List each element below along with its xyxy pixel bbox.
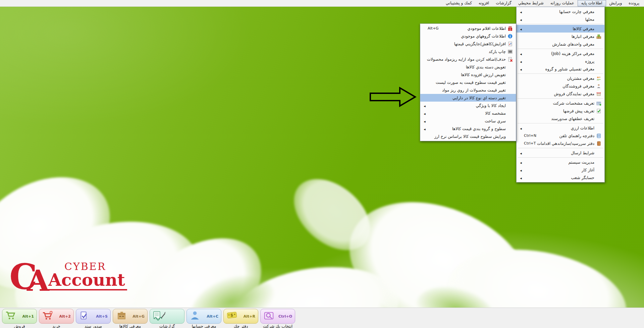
cheque-button[interactable]: $ Alt+R xyxy=(223,309,258,324)
menu-item-customers-definition[interactable]: معرفي مشتريان xyxy=(517,74,604,82)
shortcut-label: Alt+G xyxy=(132,314,145,319)
voucher-button[interactable]: Alt+S xyxy=(76,309,111,324)
company-select-button[interactable]: Ctrl+O xyxy=(260,309,295,324)
accounts-button[interactable]: Alt+C xyxy=(186,309,221,324)
app-logo: C A CYBER Account xyxy=(9,261,127,297)
buy-cart-icon xyxy=(41,310,54,322)
info-icon xyxy=(506,34,515,39)
menubar: پرونده ويرايش اطلاعات پايه عمليات روزانه… xyxy=(0,0,644,7)
toolbar-group-cheque: $ Alt+R دفتر چك xyxy=(223,309,258,328)
store-icon xyxy=(594,91,603,97)
menu-item-price-levels-groups[interactable]: سطوح و گروه بندي قيمت كالاها xyxy=(420,125,516,132)
menubar-item-reports[interactable]: گزارشات xyxy=(492,0,515,6)
toolbar-group-buy: Alt+2 خريد xyxy=(39,309,74,328)
menu-item-sending-conditions[interactable]: شرايط ارسال xyxy=(517,149,604,157)
toolbar-group-company-select: Ctrl+O انتخاب يك شركت xyxy=(260,309,295,328)
sale-cart-icon xyxy=(4,310,17,322)
submenu-arrow-icon xyxy=(519,9,523,14)
accounts-person-icon xyxy=(189,310,201,322)
menu-item-goods-attribute[interactable]: مشخصه كالا xyxy=(420,109,516,117)
menu-item-sales-agents-definition[interactable]: معرفي نمايندگان فروش xyxy=(517,90,604,98)
menu-item-change-goods-vat[interactable]: تعويض ارزش افزوده كالاها xyxy=(420,71,516,78)
menu-item-vendors-definition[interactable]: معرفي فروشندگان xyxy=(517,82,604,90)
submenu-arrow-icon xyxy=(519,160,523,165)
toolbar-group-sale: Alt+1 فروش xyxy=(2,309,37,328)
shortcut-label: Ctrl+N xyxy=(523,133,537,138)
menu-item-add-remove-materials-products[interactable]: حذف/اضافه كردن مواد از/به ريزمواد محصولا… xyxy=(420,55,516,63)
menubar-item-help-support[interactable]: كمك و پشتيباني xyxy=(442,0,475,6)
shortcut-label: Alt+R xyxy=(244,314,255,319)
menu-item-getting-started[interactable]: آغاز كار xyxy=(517,166,604,174)
prices-icon xyxy=(506,41,515,47)
menu-item-warehouses-definition[interactable]: معرفي انبارها xyxy=(517,33,604,40)
menubar-item-edit[interactable]: ويرايش xyxy=(606,0,626,6)
submenu-arrow-icon xyxy=(422,111,427,116)
menu-item-defaults-definition[interactable]: تعريف پيش فرضها xyxy=(517,107,604,115)
menu-item-goods-definition[interactable]: معرفي كالاها xyxy=(517,25,604,33)
cheque-icon: $ xyxy=(226,310,238,322)
menu-item-batch-series[interactable]: سري ساخت xyxy=(420,117,516,125)
toolbar-label: معرفي كالاها xyxy=(119,324,141,328)
company-select-icon xyxy=(263,310,275,322)
menu-item-counting-units[interactable]: معرفي واحدهاي شمارش xyxy=(517,40,604,48)
goods-button[interactable]: Alt+G xyxy=(113,309,148,324)
menubar-item-file[interactable]: پرونده xyxy=(625,0,643,6)
shortcut-label: Alt+G xyxy=(427,26,439,31)
menu-item-branch-accountant[interactable]: حسابگر شعب xyxy=(517,174,604,181)
reports-button[interactable] xyxy=(150,309,184,324)
menu-item-change-product-price-from-materials[interactable]: تغيير قيمت محصولات از روي ريز مواد xyxy=(420,86,516,94)
toolbar-label: معرفي حسابها xyxy=(192,324,216,328)
toolbar-label: انتخاب يك شركت xyxy=(263,324,292,328)
menu-item-planner-book[interactable]: دفتر سررسيد/سازماندهي اقدامات Ctrl+T xyxy=(517,140,604,147)
phonebook-icon xyxy=(594,133,603,139)
submenu-arrow-icon xyxy=(519,126,523,130)
toolbar-label: گزارشات xyxy=(159,324,175,328)
reports-icon xyxy=(152,310,167,322)
menu-item-system-management[interactable]: مديريت سيستم xyxy=(517,158,604,166)
menu-item-batch-change-goods-type-in-assets[interactable]: تغيير دسته اي نوع كالا در دارايي xyxy=(420,94,516,102)
shortcut-label: Ctrl+T xyxy=(523,141,537,146)
menu-item-locations[interactable]: محلها xyxy=(517,15,604,23)
menu-item-inventory-groups-info[interactable]: اطلاعات گروههاي موجودي xyxy=(420,32,516,40)
menu-item-change-goods-grouping[interactable]: تعويض دسته بندي كالاها xyxy=(420,63,516,71)
planner-book-icon xyxy=(594,141,603,146)
toolbar-label: فروش xyxy=(14,324,25,328)
menu-item-voucher-references[interactable]: تعريف عطفهاي صدورسند xyxy=(517,115,604,122)
toolbar-group-voucher: Alt+S صدور سند xyxy=(76,309,111,328)
menu-item-inventory-items-info[interactable]: اطلاعات اقلام موجودي Alt+G xyxy=(420,24,516,32)
menubar-item-environment[interactable]: شرايط محيطي xyxy=(515,0,547,6)
toolbar-label: صدور سند xyxy=(85,324,102,328)
bottom-toolbar: Alt+1 فروش Alt+2 خريد Alt+S صدور سند Alt… xyxy=(0,308,644,328)
menu-item-company-info[interactable]: تعريف مشخصات شركت xyxy=(517,99,604,107)
menu-separator xyxy=(518,98,603,99)
submenu-arrow-icon xyxy=(519,17,523,22)
defaults-icon xyxy=(594,108,603,114)
submenu-arrow-icon xyxy=(519,26,523,31)
submenu-arrow-icon xyxy=(519,175,523,180)
toolbar-label: خريد xyxy=(52,324,60,328)
menu-item-create-goods-with-attributes[interactable]: ايجاد كالا با ويژگي xyxy=(420,102,516,109)
menu-item-project[interactable]: پروژه xyxy=(517,57,604,65)
menu-item-cost-centers-job[interactable]: معرفي مراكز هزينه (Job) xyxy=(517,50,604,57)
menu-item-edit-price-levels-by-currency[interactable]: ويرايش سطوح قيمت كالا براساس نرخ ارز xyxy=(420,132,516,140)
menubar-item-addon[interactable]: افزونه xyxy=(475,0,492,6)
submenu-arrow-icon xyxy=(519,67,523,71)
menu-separator xyxy=(518,148,603,148)
sale-button[interactable]: Alt+1 xyxy=(2,309,37,324)
menu-item-barcode-print[interactable]: چاپ باركد xyxy=(420,48,516,55)
menu-item-change-price-levels-list[interactable]: تغيير قيمت سطوح قيمت به صورت ليست xyxy=(420,78,516,86)
barcode-icon xyxy=(506,49,515,54)
menu-item-phone-directory[interactable]: دفترچه راهنماي تلفن Ctrl+N xyxy=(517,132,604,140)
toolbar-label: دفتر چك xyxy=(234,324,248,328)
menu-item-price-increase-decrease-replace[interactable]: افزايش/كاهش/جايگزيني قيمتها xyxy=(420,40,516,48)
submenu-arrow-icon xyxy=(422,119,427,123)
menu-item-chart-of-accounts[interactable]: معرفي چارت حسابها xyxy=(517,8,604,15)
menubar-item-daily-operations[interactable]: عمليات روزانه xyxy=(547,0,578,6)
menubar-item-base-info[interactable]: اطلاعات پايه xyxy=(578,0,606,6)
buy-button[interactable]: Alt+2 xyxy=(39,309,74,324)
toolbar-group-reports: گزارشات xyxy=(150,309,184,328)
menu-item-currency-info[interactable]: اطلاعات ارزي xyxy=(517,124,604,132)
submenu-arrow-icon xyxy=(519,168,523,172)
toolbar-group-goods: Alt+G معرفي كالاها xyxy=(113,309,148,328)
menu-item-floating-detail-groups[interactable]: معرفي تفصيلي شناور و گروه xyxy=(517,65,604,73)
